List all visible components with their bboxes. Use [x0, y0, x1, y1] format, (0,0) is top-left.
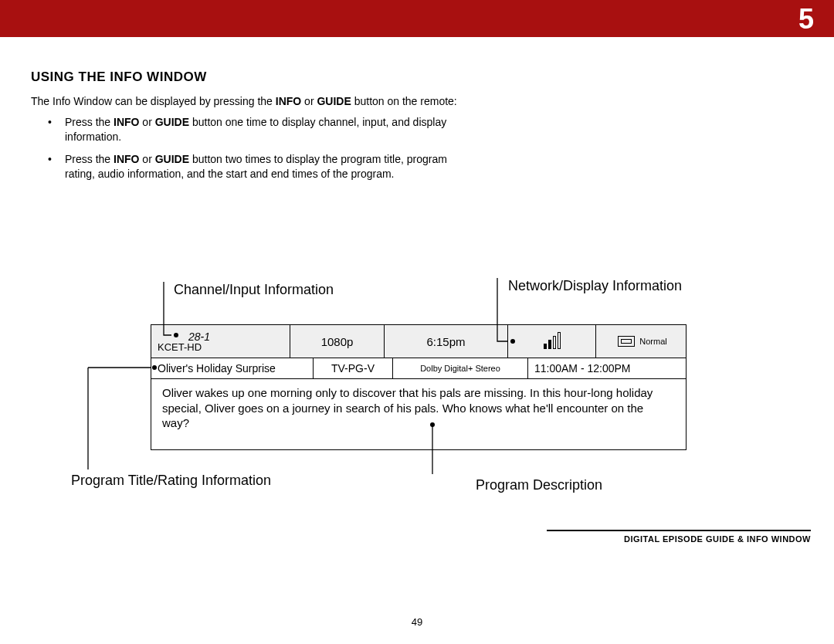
info-window: 28-1 KCET-HD 1080p 6:15pm Normal Oliver'…	[151, 324, 687, 450]
bullet-list: Press the INFO or GUIDE button one time …	[48, 115, 465, 181]
intro-text: The Info Window can be displayed by pres…	[31, 94, 463, 109]
bullet-2: Press the INFO or GUIDE button two times…	[48, 152, 465, 181]
channel-name: KCET-HD	[158, 342, 283, 352]
callout-channel-input: Channel/Input Information	[174, 282, 334, 298]
signal-cell	[508, 325, 596, 358]
program-description: Oliver wakes up one morning only to disc…	[151, 379, 686, 449]
aspect-label: Normal	[639, 337, 666, 346]
time-cell: 6:15pm	[385, 325, 508, 358]
section-title: USING THE INFO WINDOW	[31, 69, 803, 85]
svg-point-1	[510, 339, 515, 344]
content-area: USING THE INFO WINDOW The Info Window ca…	[0, 37, 834, 181]
svg-point-2	[152, 365, 157, 370]
intro-pre: The Info Window can be displayed by pres…	[31, 95, 276, 107]
intro-b2: GUIDE	[317, 95, 351, 107]
channel-cell: 28-1 KCET-HD	[151, 325, 290, 358]
intro-b1: INFO	[276, 95, 301, 107]
aspect-cell: Normal	[596, 325, 686, 358]
callout-program-title-rating: Program Title/Rating Information	[71, 473, 271, 489]
program-title: Oliver's Holiday Surprise	[151, 358, 314, 378]
info-row-2: Oliver's Holiday Surprise TV-PG-V Dolby …	[151, 358, 686, 379]
bullet-1: Press the INFO or GUIDE button one time …	[48, 115, 465, 144]
program-time-range: 11:00AM - 12:00PM	[528, 358, 686, 378]
intro-mid1: or	[301, 95, 317, 107]
resolution-cell: 1080p	[290, 325, 385, 358]
footer-tag: DIGITAL EPISODE GUIDE & INFO WINDOW	[547, 530, 811, 544]
chapter-number: 5	[798, 3, 814, 36]
channel-number: 28-1	[158, 331, 283, 342]
aspect-icon	[618, 336, 635, 347]
svg-point-0	[174, 333, 178, 337]
svg-point-3	[430, 422, 435, 427]
intro-post: button on the remote:	[351, 95, 457, 107]
signal-bars-icon	[544, 334, 561, 349]
program-rating: TV-PG-V	[314, 358, 393, 378]
info-row-1: 28-1 KCET-HD 1080p 6:15pm Normal	[151, 325, 686, 358]
page-number: 49	[0, 616, 834, 628]
header-bar: 5	[0, 0, 834, 37]
program-audio: Dolby Digital+ Stereo	[393, 358, 528, 378]
callout-program-description: Program Description	[476, 477, 602, 493]
callout-network-display: Network/Display Information	[508, 278, 682, 294]
